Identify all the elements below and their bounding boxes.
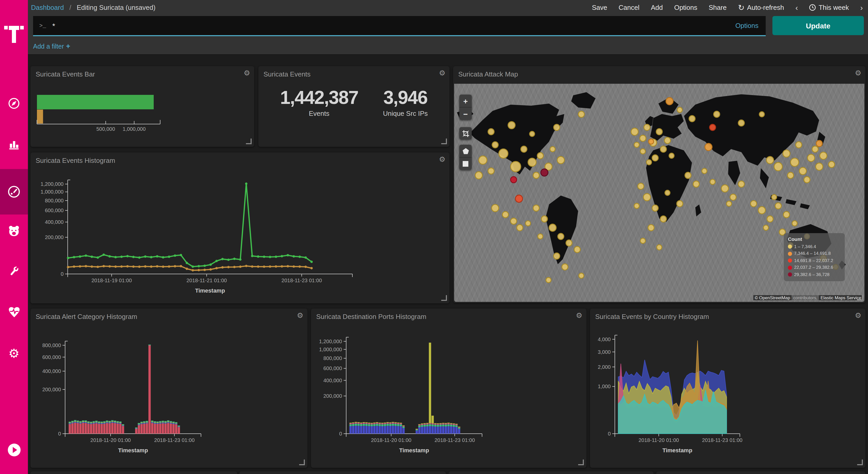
time-range-picker[interactable]: This week xyxy=(809,4,849,11)
map-legend-dot xyxy=(788,273,792,277)
fit-to-data-button[interactable] xyxy=(459,127,472,140)
svg-text:600,000: 600,000 xyxy=(45,208,64,213)
menu-save-button[interactable]: Save xyxy=(592,4,607,11)
zoom-in-button[interactable]: + xyxy=(459,95,472,107)
collapse-play-icon xyxy=(7,443,21,457)
menu-auto-refresh-button[interactable]: ↻Auto-refresh xyxy=(738,3,784,12)
panel-title: Suricata Events by Country Histogram xyxy=(595,313,709,321)
map-draw-controls xyxy=(459,145,472,170)
svg-text:400,000: 400,000 xyxy=(45,219,64,225)
destination-ports-chart[interactable]: 0200,000400,000600,000800,0001,000,0001,… xyxy=(311,308,586,468)
events-bar-chart[interactable]: 500,0001,000,000 xyxy=(30,66,254,147)
crop-icon xyxy=(462,130,469,137)
sidebar-item-management[interactable]: ⚙ xyxy=(0,342,28,365)
panel-sliver xyxy=(656,471,865,474)
panel-gear-icon[interactable]: ⚙ xyxy=(439,69,445,77)
zoom-out-button[interactable]: − xyxy=(459,107,472,120)
sidebar-collapse-toggle[interactable] xyxy=(0,437,28,463)
svg-text:2018-11-23 01:00: 2018-11-23 01:00 xyxy=(154,437,194,443)
svg-text:1,200,000: 1,200,000 xyxy=(40,181,64,187)
panel-gear-icon[interactable]: ⚙ xyxy=(855,69,861,77)
svg-text:200,000: 200,000 xyxy=(323,393,342,399)
query-options-link[interactable]: Options xyxy=(735,22,758,29)
sidebar-item-discover[interactable] xyxy=(0,96,28,111)
panel-gear-icon[interactable]: ⚙ xyxy=(297,311,303,320)
sidebar-item-dashboard[interactable] xyxy=(0,169,28,214)
map-legend-dot xyxy=(788,266,792,270)
map-legend-range: 1 – 7,346.4 xyxy=(794,243,816,250)
svg-text:1,000,000: 1,000,000 xyxy=(123,126,146,132)
panel-gear-icon[interactable]: ⚙ xyxy=(439,155,445,164)
attack-map[interactable]: + − xyxy=(454,84,864,302)
svg-text:500,000: 500,000 xyxy=(96,126,115,132)
monitoring-heartbeat-icon xyxy=(7,306,21,319)
breadcrumb-current-page: Editing Suricata (unsaved) xyxy=(77,4,156,11)
sidebar-item-dev-tools[interactable] xyxy=(0,261,28,282)
svg-text:4,000: 4,000 xyxy=(598,336,611,342)
svg-text:2018-11-23 01:00: 2018-11-23 01:00 xyxy=(435,437,475,443)
plus-icon: + xyxy=(66,41,70,50)
query-bar: >_ * Options Update xyxy=(28,15,868,37)
map-legend-range: 29,382.6 – 36,728 xyxy=(794,271,830,278)
panel-resize-handle[interactable] xyxy=(441,139,447,144)
update-button[interactable]: Update xyxy=(772,16,864,35)
search-input[interactable]: >_ * Options xyxy=(33,16,766,36)
svg-text:2018-11-19 01:00: 2018-11-19 01:00 xyxy=(91,277,132,283)
add-filter-link[interactable]: Add a filter+ xyxy=(33,41,70,50)
panel-events-by-country-histogram: Suricata Events by Country Histogram ⚙ 0… xyxy=(590,308,865,468)
events-histogram-chart[interactable]: 0200,000400,000600,000800,0001,000,0001,… xyxy=(30,152,450,303)
svg-text:Timestamp: Timestamp xyxy=(662,447,692,453)
panel-destination-ports-histogram: Suricata Destination Ports Histogram ⚙ 0… xyxy=(311,308,586,468)
time-next-chevron[interactable]: › xyxy=(860,3,863,12)
sidebar-item-monitoring[interactable] xyxy=(0,302,28,323)
map-legend-dot xyxy=(788,259,792,263)
time-prev-chevron[interactable]: ‹ xyxy=(796,3,798,12)
map-legend-title: Count xyxy=(788,236,841,242)
metric-value: 3,946 xyxy=(383,87,428,109)
attribution-elastic-maps[interactable]: Elastic Maps Service xyxy=(819,295,863,300)
menu-cancel-button[interactable]: Cancel xyxy=(618,4,640,11)
panel-resize-handle[interactable] xyxy=(246,139,252,144)
panel-resize-handle[interactable] xyxy=(857,460,863,465)
breadcrumb-dashboard-link[interactable]: Dashboard xyxy=(31,4,64,11)
clock-icon xyxy=(809,4,816,11)
query-value[interactable]: * xyxy=(52,22,735,30)
panel-suricata-events-bar: Suricata Events Bar ⚙ 500,0001,000,000 ›… xyxy=(30,66,254,147)
draw-polygon-button[interactable] xyxy=(459,145,472,157)
metric-events: 1,442,387 Events xyxy=(280,87,358,117)
map-legend-item: 14,691.8 – 22,037.2 xyxy=(788,257,841,264)
attribution-openstreetmap[interactable]: © OpenStreetMap xyxy=(753,295,792,300)
svg-text:0: 0 xyxy=(608,431,611,437)
sidebar-item-bear[interactable] xyxy=(0,221,28,241)
draw-rectangle-button[interactable] xyxy=(459,157,472,170)
panel-gear-icon[interactable]: ⚙ xyxy=(855,311,861,320)
panel-sliver xyxy=(448,471,654,474)
svg-text:600,000: 600,000 xyxy=(42,354,61,360)
panel-resize-handle[interactable] xyxy=(578,460,584,465)
svg-text:800,000: 800,000 xyxy=(323,355,342,361)
t-logo-icon xyxy=(2,22,26,46)
metric-label: Events xyxy=(280,110,358,117)
panel-title: Suricata Alert Category Histogram xyxy=(36,313,137,321)
panel-resize-handle[interactable] xyxy=(299,460,305,465)
panel-gear-icon[interactable]: ⚙ xyxy=(576,311,582,320)
sidebar-item-visualize[interactable] xyxy=(0,137,28,151)
t-logo[interactable] xyxy=(0,19,28,49)
panel-title: Suricata Events xyxy=(264,70,311,78)
menu-options-button[interactable]: Options xyxy=(674,4,698,11)
map-legend-range: 7,346.4 – 14,691.8 xyxy=(794,250,831,257)
kibana-dashboard: ⚙ Dashboard / Editing Suricata (unsaved)… xyxy=(0,0,868,474)
menu-add-button[interactable]: Add xyxy=(651,4,663,11)
panel-resize-handle[interactable] xyxy=(441,295,447,301)
svg-text:800,000: 800,000 xyxy=(42,343,61,348)
events-by-country-chart[interactable]: 01,0002,0003,0004,0002018-11-20 01:00201… xyxy=(590,308,865,468)
panel-resize-handle[interactable] xyxy=(857,295,863,300)
panel-alert-category-histogram: Suricata Alert Category Histogram ⚙ 0200… xyxy=(30,308,307,468)
metric-group: 1,442,387 Events 3,946 Unique Src IPs xyxy=(258,87,450,117)
panel-gear-icon[interactable]: ⚙ xyxy=(244,69,250,77)
svg-text:Timestamp: Timestamp xyxy=(399,447,429,453)
svg-text:600,000: 600,000 xyxy=(323,365,342,371)
dev-tools-wrench-icon xyxy=(8,265,20,277)
menu-share-button[interactable]: Share xyxy=(709,4,726,11)
alert-category-chart[interactable]: 0200,000400,000600,000800,0002018-11-20 … xyxy=(30,308,307,468)
